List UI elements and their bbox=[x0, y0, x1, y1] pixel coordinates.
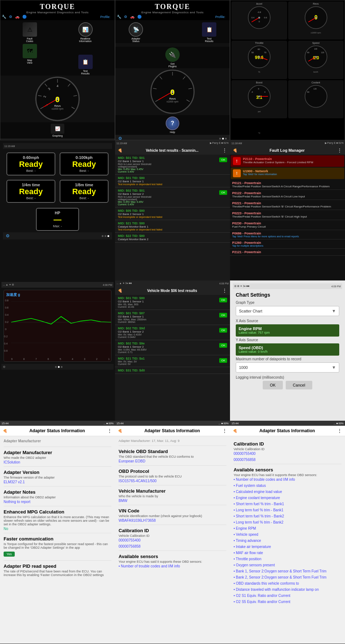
vehicle-mfr-value: BMW bbox=[119, 499, 226, 503]
fault-desc-p0221: Throttle/Pedal Position Sensor/Switch 'B… bbox=[232, 205, 331, 208]
perf-0-60-title: 0-60mph bbox=[9, 155, 52, 160]
vehicle-mfr-desc: Who the vehicle is made by bbox=[119, 494, 226, 498]
test-results-menu[interactable]: 📋 TestResults bbox=[78, 55, 93, 75]
profile-label[interactable]: Profile: bbox=[100, 15, 110, 19]
y-neg0.4: -0.4 bbox=[4, 342, 8, 345]
fault-red-icon: ! bbox=[233, 157, 241, 165]
x-axis-box[interactable]: Engine RPM Latest value: 757 rpm bbox=[236, 324, 339, 337]
calibration-id-desc-3: Vehicle Calibration ID bbox=[234, 447, 341, 451]
test-name-2: O2 Bank 1 Sensor 2 bbox=[118, 192, 151, 196]
vin-code-title: VIN Code bbox=[119, 508, 226, 513]
torque-header-2: Torque Engine Management Diagnostics and… bbox=[115, 0, 230, 20]
test-mid-5: MID: $22 TID: $80 bbox=[118, 234, 227, 238]
profile-label-2[interactable]: Profile: bbox=[215, 15, 225, 19]
fault-desc-p0223: Throttle/Pedal Position Sensor/Switch 'B… bbox=[232, 215, 307, 218]
adapter-manufacturer-value: ICSolution bbox=[4, 460, 111, 464]
adapter-manufacturer-desc: Who made the OBD2 adapter bbox=[4, 456, 111, 460]
sensor-0: • Number of trouble codes and I/M info bbox=[234, 478, 341, 481]
svg-text:0: 0 bbox=[258, 87, 259, 90]
perf-quarter-best: Best: - bbox=[9, 196, 52, 200]
acceleration-graph: 加速度 g 0.8 0.6 0.4 0.2 0 -0.2 -0.4 -0.6 9… bbox=[4, 290, 111, 362]
svg-point-42 bbox=[258, 56, 260, 58]
mode06-range-2: Min: 0V, Max: 0.433VCurrent: 0.044V bbox=[118, 333, 145, 338]
x-axis-current: Latest value: 757 rpm bbox=[239, 331, 336, 334]
svg-text:50: 50 bbox=[251, 51, 254, 54]
max-datapoints-dropdown[interactable]: 1000 ▼ bbox=[236, 362, 339, 373]
perf-quarter: 1/4m time Ready Best: - bbox=[6, 180, 55, 203]
revs-gauge-sm: Revs 0 x1000 rpm bbox=[288, 1, 344, 40]
graph-type-dropdown[interactable]: Scatter Chart ▼ bbox=[236, 306, 339, 316]
obd-protocol-title: OBD Protocol bbox=[119, 469, 226, 474]
bottom-bar-2: ⚙ bbox=[115, 135, 230, 140]
sensor-7: • Long term fuel % trim - Bank2 bbox=[234, 520, 341, 524]
torque-nav-1: 🔧 ⚙ 🚗 🔵 Profile: bbox=[2, 14, 113, 19]
mode06-name-3: O2 Bank 1 Sensor 2 bbox=[118, 345, 147, 348]
test-name-1: O2 Bank 1 Sensor 1 bbox=[118, 180, 227, 183]
faster-comm-desc: Is Torque configured for the fastest pos… bbox=[4, 542, 111, 549]
graph-line-svg bbox=[11, 290, 111, 354]
sensor-8: • Engine RPM bbox=[234, 526, 341, 530]
sensor-17: • OBD standards this vehicle conforms to bbox=[234, 581, 341, 585]
fault-codes-menu[interactable]: ⚠ FaultCodes bbox=[23, 22, 37, 42]
mode06-mid-4: MID: $21 TID: $a1 bbox=[118, 357, 145, 360]
screen1-main: Torque Engine Management Diagnostics and… bbox=[0, 0, 115, 140]
test-fail-4: Test incomplete or dependant test failed bbox=[118, 228, 227, 231]
mode06-item-1: MID: $01 TID: $87 O2 Bank 1 Sensor 1 Min… bbox=[115, 310, 230, 325]
graphing-label-1: Graphing bbox=[52, 134, 63, 137]
chart-ok-button[interactable]: OK bbox=[263, 381, 283, 389]
fault-item-p2110: ! P2110 - Powertrain Throttle Actuator C… bbox=[231, 155, 344, 167]
vin-code-desc: Vehicle identification number (check aga… bbox=[119, 514, 226, 518]
help-menu[interactable]: ? Help bbox=[166, 117, 179, 133]
adapter-status-menu[interactable]: 📡 AdapterStatus bbox=[129, 22, 143, 42]
app-subtitle-1: Engine Management Diagnostics and Tools bbox=[2, 11, 113, 14]
faster-comm-value: Yes bbox=[4, 552, 15, 557]
y-0.6: 0.6 bbox=[5, 306, 9, 309]
chart-settings-screen: ⊞ ✿ ✦ 3♦ ■■ 4:09 PM Chart Settings Graph… bbox=[230, 280, 345, 421]
fault-code-p0223: P0223 - Powertrain bbox=[232, 211, 307, 215]
vehicle-obd-desc: The OBD standard that the vehicle ECU co… bbox=[119, 455, 226, 458]
realtime-info-menu[interactable]: 📊 RealtimeInformation bbox=[78, 22, 93, 42]
sensor-16: • Bank 2, Sensor 2:Oxygen sensor & Short… bbox=[234, 575, 341, 579]
bottom-bar-3: ⚙ bbox=[3, 232, 112, 239]
bottom-icon-2: ⚙ bbox=[118, 136, 122, 140]
y-axis-box[interactable]: Speed (OBD) Latest value: 0 km/h bbox=[236, 343, 339, 356]
sensor-18: • Distance traveled with malfunction ind… bbox=[234, 588, 341, 592]
test-mid-3: MID: $05 TID: $80 bbox=[118, 209, 227, 213]
get-plugins-menu[interactable]: 🔌 GetPlugins bbox=[165, 47, 180, 68]
adapter-notes-title: Adapter Notes bbox=[4, 489, 111, 495]
perf-0-100: 0-100kph Ready Best: - bbox=[60, 152, 109, 175]
sensor-4: • Short term fuel % trim - Bank1 bbox=[234, 502, 341, 506]
mode06-item-4: MID: $21 TID: $a1 Min: 0V, Max: 3VCurren… bbox=[115, 355, 230, 367]
performance-screen: 11:19 AM 0-60mph Ready Best: - 0-100kph … bbox=[0, 140, 115, 280]
y-0: 0 bbox=[5, 328, 6, 330]
fault-item-p0223: P0223 - PowertrainThrottle/Pedal Positio… bbox=[230, 210, 345, 220]
fault-log-header: 🍕 Fault Log Manager ⋮ bbox=[230, 146, 345, 155]
test-results-menu-2[interactable]: 📋 TestResults bbox=[202, 22, 216, 42]
graphing-menu-1[interactable]: 📈 Graphing bbox=[51, 124, 64, 137]
perf-0-100-best: Best: - bbox=[63, 169, 106, 173]
perf-eighth: 1/8m time Ready Best: - bbox=[60, 180, 109, 203]
y-0.2: 0.2 bbox=[5, 321, 9, 323]
svg-point-56 bbox=[258, 95, 260, 97]
fault-item-p0221: P0221 - PowertrainThrottle/Pedal Positio… bbox=[230, 200, 345, 210]
chart-cancel-button[interactable]: Cancel bbox=[286, 381, 312, 389]
fault-item-p0121: P0121 - PowertrainThrottle/Pedal Positio… bbox=[230, 180, 345, 190]
fault-code-p0230: P0230 - Powertrain bbox=[232, 221, 266, 225]
fault-code-p1260: P1260 - Powertrain bbox=[232, 241, 263, 245]
fault-log-title: Fault Log Manager bbox=[270, 148, 305, 152]
fault-item-p0230: P0230 - PowertrainFuel Pump Primary Circ… bbox=[230, 220, 345, 230]
revs-unit-1: x1000 rpm bbox=[51, 108, 63, 110]
hp-box: HP — Max: - bbox=[36, 208, 79, 231]
svg-text:80: 80 bbox=[307, 51, 309, 54]
revs-label-1: Revs bbox=[51, 104, 63, 108]
mode06-ok-4: OK bbox=[219, 358, 227, 363]
fault-action-u1900: Tap 'Web' for more information bbox=[243, 173, 277, 175]
sensor-1: • Fuel system status bbox=[234, 484, 341, 488]
map-view-menu[interactable]: 🗺 MapView bbox=[23, 44, 37, 75]
adapter-header-1: 🍕 Adapter Status Information ⋮ bbox=[0, 426, 115, 436]
accel-svg: -0.8 0 0.4 0.6 bbox=[233, 5, 286, 30]
fault-code-p0122: P0122 - Powertrain bbox=[232, 191, 305, 195]
svg-text:120: 120 bbox=[313, 88, 317, 90]
mode06-range-4: Min: 0V, Max: 3VCurrent: 0V bbox=[118, 360, 145, 365]
adapter-header-2: 🍕 Adapter Status Information ⋮ bbox=[115, 426, 230, 436]
